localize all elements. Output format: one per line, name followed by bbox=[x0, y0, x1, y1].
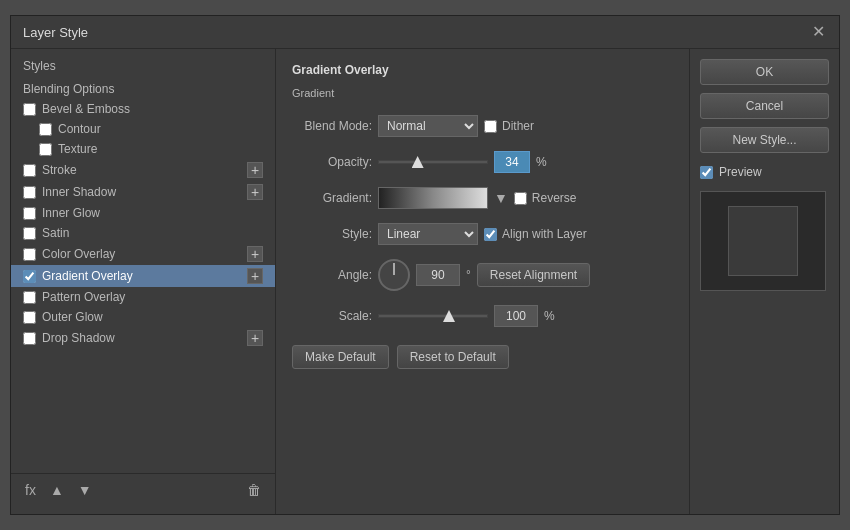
color-overlay-add-button[interactable]: + bbox=[247, 246, 263, 262]
section-title: Gradient Overlay bbox=[292, 63, 673, 77]
blend-mode-row: Blend Mode: Normal Dissolve Multiply Scr… bbox=[292, 115, 673, 137]
dialog-title: Layer Style bbox=[23, 25, 88, 40]
satin-checkbox[interactable] bbox=[23, 227, 36, 240]
right-panel: OK Cancel New Style... Preview bbox=[689, 49, 839, 514]
gradient-overlay-checkbox[interactable] bbox=[23, 270, 36, 283]
scale-input[interactable] bbox=[494, 305, 538, 327]
gradient-label: Gradient: bbox=[292, 191, 372, 205]
sidebar-item-pattern-overlay[interactable]: Pattern Overlay bbox=[11, 287, 275, 307]
scale-controls: % bbox=[378, 305, 673, 327]
style-row: Style: Linear Radial Angle Reflected Dia… bbox=[292, 223, 673, 245]
reverse-row: Reverse bbox=[514, 191, 577, 205]
preview-label: Preview bbox=[719, 165, 762, 179]
outer-glow-checkbox[interactable] bbox=[23, 311, 36, 324]
bottom-buttons: Make Default Reset to Default bbox=[292, 345, 673, 369]
sidebar-item-contour[interactable]: Contour bbox=[11, 119, 275, 139]
new-style-button[interactable]: New Style... bbox=[700, 127, 829, 153]
preview-box bbox=[700, 191, 826, 291]
style-select[interactable]: Linear Radial Angle Reflected Diamond bbox=[378, 223, 478, 245]
angle-label: Angle: bbox=[292, 268, 372, 282]
dither-checkbox[interactable] bbox=[484, 120, 497, 133]
angle-line bbox=[393, 263, 395, 275]
opacity-input[interactable] bbox=[494, 151, 530, 173]
contour-checkbox[interactable] bbox=[39, 123, 52, 136]
sidebar-item-texture[interactable]: Texture bbox=[11, 139, 275, 159]
opacity-row: Opacity: % bbox=[292, 151, 673, 173]
dither-label: Dither bbox=[502, 119, 534, 133]
reverse-checkbox[interactable] bbox=[514, 192, 527, 205]
main-content-panel: Gradient Overlay Gradient Blend Mode: No… bbox=[276, 49, 689, 514]
fx-button[interactable]: fx bbox=[21, 480, 40, 500]
reset-alignment-button[interactable]: Reset Alignment bbox=[477, 263, 590, 287]
align-layer-label: Align with Layer bbox=[502, 227, 587, 241]
sidebar-item-inner-glow[interactable]: Inner Glow bbox=[11, 203, 275, 223]
scale-label: Scale: bbox=[292, 309, 372, 323]
angle-wheel[interactable] bbox=[378, 259, 410, 291]
sidebar-item-bevel-emboss[interactable]: Bevel & Emboss bbox=[11, 99, 275, 119]
ok-button[interactable]: OK bbox=[700, 59, 829, 85]
title-bar: Layer Style ✕ bbox=[11, 16, 839, 49]
gradient-dropdown-arrow[interactable]: ▼ bbox=[494, 190, 508, 206]
drop-shadow-checkbox[interactable] bbox=[23, 332, 36, 345]
move-down-button[interactable]: ▼ bbox=[74, 480, 96, 500]
align-layer-row: Align with Layer bbox=[484, 227, 587, 241]
dither-row: Dither bbox=[484, 119, 534, 133]
scale-slider[interactable] bbox=[378, 314, 488, 318]
angle-controls: ° Reset Alignment bbox=[378, 259, 673, 291]
inner-shadow-checkbox[interactable] bbox=[23, 186, 36, 199]
texture-label: Texture bbox=[58, 142, 97, 156]
reset-default-button[interactable]: Reset to Default bbox=[397, 345, 509, 369]
gradient-overlay-add-button[interactable]: + bbox=[247, 268, 263, 284]
outer-glow-label: Outer Glow bbox=[42, 310, 103, 324]
bevel-emboss-checkbox[interactable] bbox=[23, 103, 36, 116]
angle-input[interactable] bbox=[416, 264, 460, 286]
opacity-label: Opacity: bbox=[292, 155, 372, 169]
gradient-overlay-label: Gradient Overlay bbox=[42, 269, 133, 283]
inner-shadow-label: Inner Shadow bbox=[42, 185, 116, 199]
delete-button[interactable]: 🗑 bbox=[243, 480, 265, 500]
blend-mode-select[interactable]: Normal Dissolve Multiply Screen Overlay bbox=[378, 115, 478, 137]
cancel-button[interactable]: Cancel bbox=[700, 93, 829, 119]
layer-style-dialog: Layer Style ✕ Styles Blending Options Be… bbox=[10, 15, 840, 515]
bevel-emboss-label: Bevel & Emboss bbox=[42, 102, 130, 116]
inner-glow-checkbox[interactable] bbox=[23, 207, 36, 220]
contour-label: Contour bbox=[58, 122, 101, 136]
make-default-button[interactable]: Make Default bbox=[292, 345, 389, 369]
sidebar-item-inner-shadow[interactable]: Inner Shadow + bbox=[11, 181, 275, 203]
align-layer-checkbox[interactable] bbox=[484, 228, 497, 241]
gradient-preview[interactable] bbox=[378, 187, 488, 209]
style-controls: Linear Radial Angle Reflected Diamond Al… bbox=[378, 223, 673, 245]
color-overlay-checkbox[interactable] bbox=[23, 248, 36, 261]
inner-shadow-add-button[interactable]: + bbox=[247, 184, 263, 200]
preview-checkbox[interactable] bbox=[700, 166, 713, 179]
close-button[interactable]: ✕ bbox=[810, 24, 827, 40]
left-panel-footer: fx ▲ ▼ 🗑 bbox=[11, 473, 275, 506]
drop-shadow-add-button[interactable]: + bbox=[247, 330, 263, 346]
sidebar-item-stroke[interactable]: Stroke + bbox=[11, 159, 275, 181]
dialog-body: Styles Blending Options Bevel & Emboss C… bbox=[11, 49, 839, 514]
gradient-row: Gradient: ▼ Reverse bbox=[292, 187, 673, 209]
gradient-controls: ▼ Reverse bbox=[378, 187, 673, 209]
opacity-slider[interactable] bbox=[378, 160, 488, 164]
stroke-label: Stroke bbox=[42, 163, 77, 177]
move-up-button[interactable]: ▲ bbox=[46, 480, 68, 500]
sidebar-item-color-overlay[interactable]: Color Overlay + bbox=[11, 243, 275, 265]
blending-options-label: Blending Options bbox=[23, 82, 114, 96]
stroke-checkbox[interactable] bbox=[23, 164, 36, 177]
sidebar-item-gradient-overlay[interactable]: Gradient Overlay + bbox=[11, 265, 275, 287]
preview-row: Preview bbox=[700, 165, 829, 179]
sidebar-item-blending-options[interactable]: Blending Options bbox=[11, 79, 275, 99]
sidebar-item-satin[interactable]: Satin bbox=[11, 223, 275, 243]
opacity-percent: % bbox=[536, 155, 547, 169]
styles-header: Styles bbox=[11, 57, 275, 79]
sidebar-item-outer-glow[interactable]: Outer Glow bbox=[11, 307, 275, 327]
degree-symbol: ° bbox=[466, 268, 471, 282]
texture-checkbox[interactable] bbox=[39, 143, 52, 156]
sidebar-item-drop-shadow[interactable]: Drop Shadow + bbox=[11, 327, 275, 349]
reverse-label: Reverse bbox=[532, 191, 577, 205]
stroke-add-button[interactable]: + bbox=[247, 162, 263, 178]
pattern-overlay-label: Pattern Overlay bbox=[42, 290, 125, 304]
pattern-overlay-checkbox[interactable] bbox=[23, 291, 36, 304]
blend-mode-controls: Normal Dissolve Multiply Screen Overlay … bbox=[378, 115, 673, 137]
inner-glow-label: Inner Glow bbox=[42, 206, 100, 220]
